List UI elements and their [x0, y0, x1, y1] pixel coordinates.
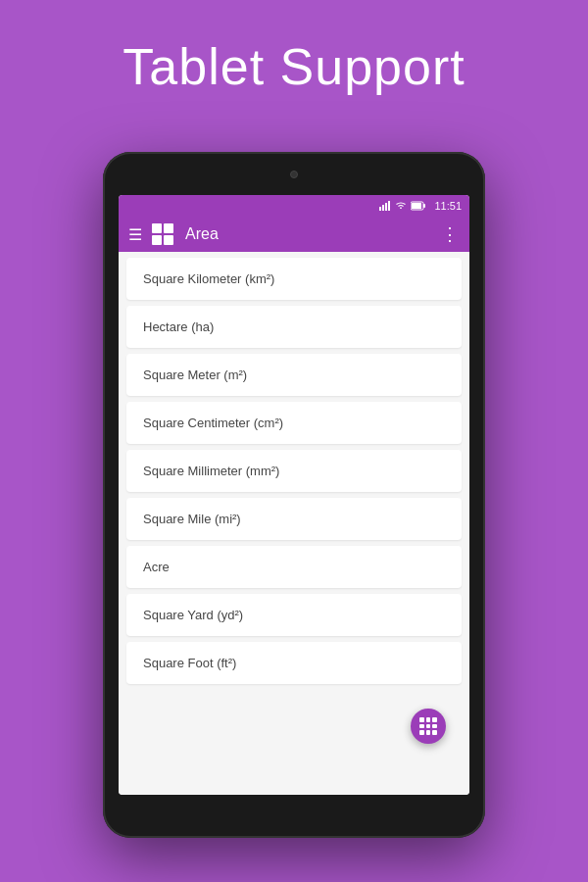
hamburger-menu-icon[interactable]: ☰	[128, 225, 142, 244]
svg-rect-3	[388, 201, 390, 211]
svg-rect-0	[379, 207, 381, 211]
wifi-icon	[395, 201, 407, 211]
tablet-screen: 11:51 ☰ Area ⋮ Square Kilometer (km²) He…	[119, 195, 469, 795]
tablet-shell: 11:51 ☰ Area ⋮ Square Kilometer (km²) He…	[103, 152, 485, 838]
list-item[interactable]: Square Kilometer (km²)	[126, 258, 462, 300]
battery-icon	[411, 201, 426, 211]
list-item[interactable]: Acre	[126, 546, 462, 588]
status-time: 11:51	[434, 200, 462, 212]
list-item[interactable]: Square Mile (mi²)	[126, 498, 462, 540]
tablet-device: 11:51 ☰ Area ⋮ Square Kilometer (km²) He…	[103, 152, 485, 838]
svg-rect-1	[382, 205, 384, 211]
list-item[interactable]: Square Millimeter (mm²)	[126, 450, 462, 492]
camera	[290, 171, 298, 178]
status-bar: 11:51	[119, 195, 469, 217]
fab-grid-icon	[419, 717, 437, 735]
list-item[interactable]: Square Foot (ft²)	[126, 642, 462, 684]
app-icon	[152, 223, 173, 245]
toolbar-title: Area	[185, 225, 431, 243]
app-toolbar: ☰ Area ⋮	[119, 217, 469, 252]
svg-rect-5	[412, 203, 421, 209]
more-options-icon[interactable]: ⋮	[441, 223, 460, 245]
svg-rect-6	[423, 204, 425, 208]
list-item[interactable]: Square Yard (yd²)	[126, 594, 462, 636]
list-item[interactable]: Square Centimeter (cm²)	[126, 402, 462, 444]
list-item[interactable]: Square Meter (m²)	[126, 354, 462, 396]
list-item[interactable]: Hectare (ha)	[126, 306, 462, 348]
page-title: Tablet Support	[0, 0, 588, 96]
signal-icon	[379, 201, 391, 211]
fab-button[interactable]	[411, 709, 446, 744]
svg-rect-2	[385, 203, 387, 211]
status-icons: 11:51	[379, 200, 462, 212]
